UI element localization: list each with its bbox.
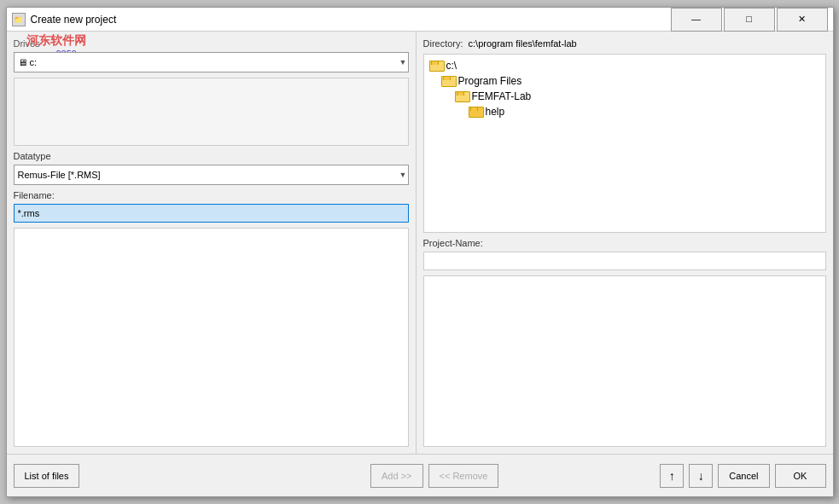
right-bottom-buttons: << Remove ↑ ↓ Cancel OK — [428, 464, 826, 488]
drives-label: Drives — [14, 38, 409, 49]
tree-item-label: help — [486, 106, 505, 118]
tree-item[interactable]: c:\ — [428, 58, 822, 73]
cancel-button[interactable]: Cancel — [718, 464, 769, 488]
datatype-combo-wrapper: Remus-File [*.RMS] ▼ — [14, 165, 409, 185]
tree-item[interactable]: Program Files — [428, 73, 822, 89]
folder-open-icon — [441, 76, 455, 87]
project-name-label: Project-Name: — [423, 238, 826, 248]
action-buttons: ↑ ↓ Cancel OK — [660, 464, 825, 488]
close-button[interactable]: ✕ — [777, 8, 828, 32]
files-list[interactable] — [14, 228, 409, 447]
filename-input[interactable] — [14, 204, 409, 223]
left-panel: Drives 🖥 c: ▼ Datatype Remus-File [*.RMS… — [7, 32, 417, 454]
tree-item-label: Program Files — [458, 75, 522, 87]
filename-section: Filename: — [14, 190, 409, 223]
list-of-files-button[interactable]: List of files — [14, 464, 80, 488]
project-name-section: Project-Name: — [423, 238, 826, 270]
drives-select[interactable]: 🖥 c: — [14, 52, 409, 72]
move-up-button[interactable]: ↑ — [660, 464, 684, 488]
datatype-label: Datatype — [14, 151, 409, 161]
drives-empty-area — [14, 78, 409, 146]
title-bar-left: 📁 Create new project — [12, 13, 117, 26]
dialog-body: Drives 🖥 c: ▼ Datatype Remus-File [*.RMS… — [7, 32, 833, 454]
remove-section: << Remove — [428, 464, 499, 488]
title-controls: — □ ✕ — [671, 8, 828, 32]
tree-item[interactable]: FEMFAT-Lab — [428, 89, 822, 104]
dialog-title: Create new project — [31, 14, 117, 26]
filename-label: Filename: — [14, 190, 409, 200]
datatype-select[interactable]: Remus-File [*.RMS] — [14, 165, 409, 185]
directory-section: Directory: c:\program files\femfat-lab — [423, 38, 826, 49]
title-bar: 📁 Create new project — □ ✕ — [7, 8, 833, 32]
add-button[interactable]: Add >> — [370, 464, 422, 488]
folder-open-icon — [455, 91, 469, 102]
dialog: 📁 Create new project — □ ✕ 河东软件网 www.pc0… — [6, 7, 834, 497]
minimize-button[interactable]: — — [671, 8, 722, 32]
maximize-button[interactable]: □ — [724, 8, 775, 32]
drives-combo-wrapper: 🖥 c: ▼ — [14, 52, 409, 72]
move-down-button[interactable]: ↓ — [689, 464, 713, 488]
dialog-icon: 📁 — [12, 13, 26, 26]
folder-icon — [469, 107, 482, 118]
tree-item-label: FEMFAT-Lab — [472, 90, 532, 102]
bottom-bar: List of files Add >> << Remove ↑ ↓ Cance… — [7, 454, 833, 496]
remove-button[interactable]: << Remove — [428, 464, 499, 488]
directory-value: c:\program files\femfat-lab — [469, 38, 577, 49]
directory-label: Directory: — [423, 38, 463, 49]
project-name-input[interactable] — [423, 252, 826, 270]
project-files-list[interactable] — [423, 275, 826, 448]
ok-button[interactable]: OK — [775, 464, 826, 488]
drives-section: Drives 🖥 c: ▼ — [14, 38, 409, 72]
left-bottom-buttons: List of files Add >> — [14, 464, 423, 488]
right-panel: Directory: c:\program files\femfat-lab c… — [417, 32, 833, 454]
directory-tree[interactable]: c:\ Program Files FEMFAT-Lab help — [423, 54, 826, 233]
tree-item-label: c:\ — [446, 60, 457, 72]
tree-item[interactable]: help — [428, 104, 822, 119]
datatype-section: Datatype Remus-File [*.RMS] ▼ — [14, 151, 409, 185]
folder-open-icon — [429, 61, 443, 72]
